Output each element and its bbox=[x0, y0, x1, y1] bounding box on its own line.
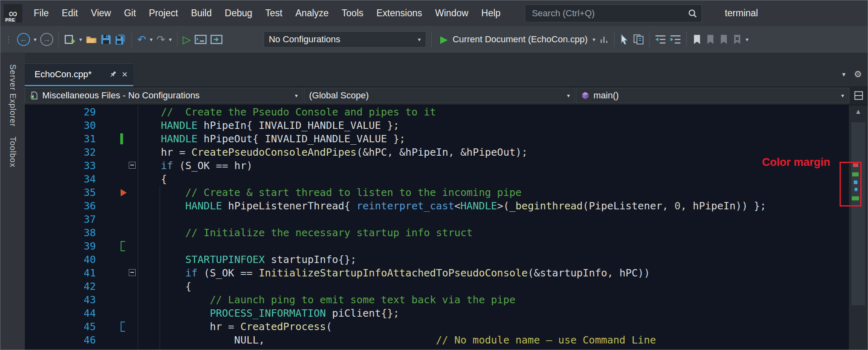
margin-column bbox=[96, 239, 129, 253]
code-line[interactable]: 42 { bbox=[25, 280, 849, 293]
menu-item-debug[interactable]: Debug bbox=[218, 0, 259, 26]
previous-bookmark-button[interactable] bbox=[706, 34, 715, 45]
menu-item-help[interactable]: Help bbox=[475, 0, 507, 26]
open-file-button[interactable] bbox=[86, 34, 97, 45]
project-dropdown[interactable]: Miscellaneous Files - No Configurations … bbox=[25, 88, 303, 103]
vs-window: ∞ PRE FileEditViewGitProjectBuildDebugTe… bbox=[0, 0, 868, 350]
back-history-caret[interactable]: ▾ bbox=[34, 36, 37, 43]
menu-item-git[interactable]: Git bbox=[117, 0, 142, 26]
search-input[interactable] bbox=[531, 8, 688, 19]
toggle-bookmark-button[interactable] bbox=[692, 34, 702, 45]
code-line[interactable]: 34{ bbox=[25, 172, 849, 186]
code-line[interactable]: 43 // Launch ping to emit some text back… bbox=[25, 293, 849, 307]
save-icon bbox=[101, 34, 111, 45]
code-editor[interactable]: 29// Create the Pseudo Console and pipes… bbox=[25, 105, 849, 350]
margin-column bbox=[96, 320, 129, 333]
method-cube-icon bbox=[581, 91, 589, 100]
navigate-back-button[interactable]: ← bbox=[17, 33, 30, 46]
code-text: STARTUPINFOEX startupInfo{}; bbox=[141, 253, 357, 266]
document-copy-button[interactable] bbox=[633, 34, 644, 45]
code-text: hr = CreatePseudoConsoleAndPipes(&hPC, &… bbox=[141, 146, 528, 159]
next-bookmark-button[interactable] bbox=[719, 34, 729, 45]
menu-item-view[interactable]: View bbox=[84, 0, 117, 26]
save-button[interactable] bbox=[101, 34, 111, 45]
undo-caret[interactable]: ▾ bbox=[150, 36, 153, 43]
cursor-tool-button[interactable] bbox=[620, 34, 630, 45]
redo-button[interactable]: ↷ bbox=[156, 33, 165, 46]
code-line[interactable]: 32hr = CreatePseudoConsoleAndPipes(&hPC,… bbox=[25, 146, 849, 159]
menu-item-window[interactable]: Window bbox=[429, 0, 475, 26]
preview-badge: PRE bbox=[4, 17, 16, 22]
tab-list-caret[interactable]: ▼ bbox=[841, 71, 846, 78]
clear-bookmarks-button[interactable] bbox=[732, 34, 742, 45]
fold-column bbox=[129, 186, 141, 199]
code-line[interactable]: 37 bbox=[25, 213, 849, 226]
bookmark-folder-caret[interactable]: ▾ bbox=[746, 36, 749, 43]
start-without-debugging-button[interactable]: ▷ bbox=[183, 33, 191, 46]
menu-item-build[interactable]: Build bbox=[184, 0, 218, 26]
fold-column bbox=[129, 280, 141, 293]
menu-item-test[interactable]: Test bbox=[259, 0, 289, 26]
code-line[interactable]: 36 HANDLE hPipeListenerThread{ reinterpr… bbox=[25, 199, 849, 213]
code-line[interactable]: 29// Create the Pseudo Console and pipes… bbox=[25, 105, 849, 119]
scope-dropdown[interactable]: (Global Scope) ▾ bbox=[304, 88, 575, 103]
profiler-options-button[interactable] bbox=[599, 35, 609, 44]
code-line[interactable]: 31HANDLE hPipeOut{ INVALID_HANDLE_VALUE … bbox=[25, 132, 849, 146]
menu-item-edit[interactable]: Edit bbox=[55, 0, 84, 26]
search-box[interactable] bbox=[525, 4, 702, 22]
code-line[interactable]: 33if (S_OK == hr) bbox=[25, 159, 849, 172]
sidebar-item-server-explorer[interactable]: Server Explorer bbox=[8, 64, 17, 127]
bookmark-clear-icon bbox=[732, 34, 742, 45]
decrease-indent-button[interactable] bbox=[655, 35, 666, 44]
vs-logo[interactable]: ∞ PRE bbox=[4, 4, 22, 23]
breakpoint-arrow-marker bbox=[121, 189, 127, 196]
fold-toggle[interactable] bbox=[129, 162, 136, 169]
line-number: 42 bbox=[25, 280, 96, 293]
start-debugging-button[interactable]: ▶ Current Document (EchoCon.cpp) ▾ bbox=[440, 34, 595, 45]
save-all-button[interactable] bbox=[115, 34, 126, 45]
configurations-dropdown-caret: ▾ bbox=[418, 36, 421, 43]
fold-toggle[interactable] bbox=[129, 269, 136, 276]
toolbar-extra-button-1[interactable] bbox=[195, 34, 207, 45]
code-line[interactable]: 44 PROCESS_INFORMATION piClient{}; bbox=[25, 307, 849, 320]
increase-indent-button[interactable] bbox=[670, 35, 681, 44]
code-line[interactable]: 40 STARTUPINFOEX startupInfo{}; bbox=[25, 253, 849, 266]
menu-item-file[interactable]: File bbox=[27, 0, 55, 26]
navigate-forward-button[interactable]: → bbox=[40, 33, 53, 46]
copy-lines-icon bbox=[633, 34, 644, 45]
tab-echocon[interactable]: EchoCon.cpp* × bbox=[25, 63, 133, 86]
code-line[interactable]: 30HANDLE hPipeIn{ INVALID_HANDLE_VALUE }… bbox=[25, 119, 849, 132]
new-project-caret[interactable]: ▾ bbox=[79, 36, 82, 43]
menu-item-extensions[interactable]: Extensions bbox=[370, 0, 429, 26]
fold-column bbox=[129, 159, 141, 172]
code-line[interactable]: 45 hr = CreatedProcess( bbox=[25, 320, 849, 333]
menu-item-project[interactable]: Project bbox=[143, 0, 185, 26]
code-line[interactable]: 41 if (S_OK == InitializeStartupInfoAtta… bbox=[25, 266, 849, 280]
run-target-caret[interactable]: ▾ bbox=[593, 36, 595, 43]
code-line[interactable]: 39 bbox=[25, 239, 849, 253]
code-line[interactable]: 38 // Initialize the necessary startup i… bbox=[25, 226, 849, 239]
code-line[interactable]: 46 NULL, // No module name — use Command… bbox=[25, 333, 849, 347]
split-editor-icon[interactable] bbox=[854, 91, 863, 100]
code-line[interactable]: 35 // Create & start thread to listen to… bbox=[25, 186, 849, 199]
undo-button[interactable]: ↶ bbox=[137, 33, 146, 46]
deploy-window-icon bbox=[210, 34, 223, 45]
terminal-label[interactable]: terminal bbox=[725, 8, 758, 19]
toolbar-grip[interactable]: ⋮ bbox=[4, 35, 13, 44]
toolbar-extra-button-2[interactable] bbox=[210, 34, 223, 45]
margin-column bbox=[96, 119, 129, 132]
new-project-button[interactable] bbox=[64, 34, 76, 45]
menu-item-tools[interactable]: Tools bbox=[335, 0, 370, 26]
member-dropdown[interactable]: main() ▾ bbox=[576, 88, 849, 103]
redo-caret[interactable]: ▾ bbox=[169, 36, 172, 43]
misc-file-icon bbox=[30, 91, 38, 100]
menu-item-analyze[interactable]: Analyze bbox=[289, 0, 335, 26]
close-icon[interactable]: × bbox=[122, 70, 128, 79]
sidebar-item-toolbox[interactable]: Toolbox bbox=[8, 137, 17, 167]
scrollbar-thumb[interactable] bbox=[851, 122, 865, 305]
pin-icon[interactable] bbox=[109, 70, 117, 78]
configurations-dropdown[interactable]: No Configurations ▾ bbox=[264, 31, 426, 48]
scrollbar[interactable]: ▲ bbox=[849, 105, 868, 350]
scroll-up-arrow-icon[interactable]: ▲ bbox=[849, 108, 868, 116]
gear-icon[interactable]: ⚙ bbox=[854, 69, 862, 80]
